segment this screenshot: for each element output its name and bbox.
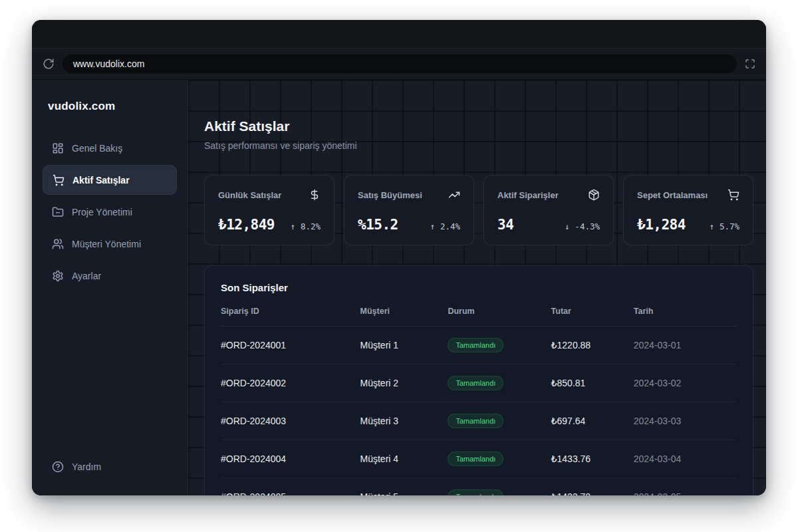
sidebar-item-label: Yardım [72, 462, 101, 472]
shopping-cart-icon [53, 174, 65, 186]
order-amount: ₺697.64 [551, 402, 634, 440]
package-box-icon [588, 189, 600, 201]
sidebar-item-musteri-yonetimi[interactable]: Müşteri Yönetimi [43, 229, 177, 259]
page-subtitle: Satış performansı ve sipariş yönetimi [204, 140, 753, 151]
shopping-cart-icon [728, 189, 739, 201]
stat-value: 34 [497, 217, 513, 233]
orders-panel-title: Son Siparişler [221, 282, 737, 293]
main-content: Aktif Satışlar Satış performansı ve sipa… [188, 80, 766, 495]
sidebar-item-label: Proje Yönetimi [72, 207, 132, 217]
sidebar-item-label: Aktif Satışlar [72, 175, 130, 186]
stat-label: Satış Büyümesi [358, 190, 422, 200]
brand-title: vudolix.com [43, 94, 177, 113]
order-date: 2024-03-03 [634, 402, 737, 440]
browser-toolbar: www.vudolix.com [32, 48, 766, 80]
fullscreen-icon[interactable] [745, 59, 755, 69]
orders-panel: Son Siparişler Sipariş ID Müşteri Durum … [204, 265, 753, 495]
column-header-tarih: Tarih [634, 307, 737, 327]
table-row[interactable]: #ORD-2024004 Müşteri 4 Tamamlandı ₺1433.… [221, 440, 737, 478]
stat-value: %15.2 [358, 217, 398, 233]
sidebar-item-proje-yonetimi[interactable]: Proje Yönetimi [43, 197, 177, 227]
page-title: Aktif Satışlar [204, 118, 753, 134]
sidebar-item-label: Ayarlar [72, 271, 101, 281]
help-circle-icon [52, 461, 64, 473]
status-badge: Tamamlandı [448, 489, 503, 495]
stat-change: ↑ 2.4% [430, 221, 460, 231]
users-icon [52, 238, 64, 250]
column-header-siparis-id: Sipariş ID [221, 307, 360, 327]
sidebar-item-genel-bakis[interactable]: Genel Bakış [43, 133, 177, 163]
order-customer: Müşteri 4 [360, 440, 448, 478]
table-header-row: Sipariş ID Müşteri Durum Tutar Tarih [221, 307, 737, 327]
stat-label: Günlük Satışlar [218, 190, 281, 200]
stat-card-aktif-siparisler: Aktif Siparişler 34 ↓ -4.3% [483, 175, 614, 245]
browser-window: www.vudolix.com vudolix.com Genel Bakış … [32, 20, 766, 495]
dashboard-grid-icon [52, 142, 64, 154]
sidebar-item-aktif-satislar[interactable]: Aktif Satışlar [43, 165, 177, 195]
stats-row: Günlük Satışlar ₺12,849 ↑ 8.2% Satış Büy… [204, 175, 753, 245]
order-id: #ORD-2024004 [221, 440, 360, 478]
url-text: www.vudolix.com [73, 59, 144, 69]
order-id: #ORD-2024001 [221, 327, 360, 364]
order-amount: ₺850.81 [551, 364, 634, 402]
folder-icon [52, 206, 64, 218]
order-date: 2024-03-05 [634, 478, 737, 496]
status-badge: Tamamlandı [448, 338, 503, 352]
dollar-sign-icon [309, 189, 321, 201]
stat-value: ₺12,849 [218, 217, 275, 233]
table-row[interactable]: #ORD-2024001 Müşteri 1 Tamamlandı ₺1220.… [221, 327, 737, 364]
stat-card-sepet-ortalamasi: Sepet Ortalaması ₺1,284 ↑ 5.7% [623, 175, 753, 245]
column-header-durum: Durum [448, 307, 551, 327]
order-customer: Müşteri 3 [360, 402, 448, 440]
stat-value: ₺1,284 [637, 217, 686, 233]
order-customer: Müşteri 5 [360, 478, 448, 496]
sidebar-item-yardim[interactable]: Yardım [43, 452, 177, 481]
order-amount: ₺1423.72 [551, 478, 634, 496]
order-amount: ₺1433.76 [551, 440, 634, 478]
table-row[interactable]: #ORD-2024002 Müşteri 2 Tamamlandı ₺850.8… [221, 364, 737, 402]
table-row[interactable]: #ORD-2024003 Müşteri 3 Tamamlandı ₺697.6… [221, 402, 737, 440]
gear-icon [52, 270, 64, 282]
status-badge: Tamamlandı [448, 376, 503, 390]
stat-change: ↓ -4.3% [565, 221, 600, 231]
table-row[interactable]: #ORD-2024005 Müşteri 5 Tamamlandı ₺1423.… [221, 478, 737, 496]
sidebar-item-ayarlar[interactable]: Ayarlar [43, 261, 177, 291]
stat-label: Sepet Ortalaması [637, 190, 708, 200]
stat-label: Aktif Siparişler [497, 190, 559, 200]
order-date: 2024-03-04 [634, 440, 737, 478]
order-customer: Müşteri 2 [360, 364, 448, 402]
sidebar-item-label: Müşteri Yönetimi [72, 239, 141, 249]
order-amount: ₺1220.88 [551, 327, 634, 364]
order-date: 2024-03-01 [634, 327, 737, 364]
sidebar-item-label: Genel Bakış [72, 143, 122, 154]
sidebar: vudolix.com Genel Bakış Aktif Satışlar P… [32, 80, 188, 495]
window-titlebar [32, 20, 766, 48]
order-date: 2024-03-02 [634, 364, 737, 402]
status-badge: Tamamlandı [448, 414, 503, 428]
column-header-musteri: Müşteri [360, 307, 448, 327]
stat-change: ↑ 5.7% [710, 221, 739, 231]
order-id: #ORD-2024005 [221, 478, 360, 496]
column-header-tutar: Tutar [551, 307, 634, 327]
stat-change: ↑ 8.2% [291, 221, 321, 231]
order-customer: Müşteri 1 [360, 327, 448, 364]
stat-card-gunluk-satislar: Günlük Satışlar ₺12,849 ↑ 8.2% [204, 175, 334, 245]
status-badge: Tamamlandı [448, 452, 503, 466]
app-shell: vudolix.com Genel Bakış Aktif Satışlar P… [32, 80, 766, 495]
orders-table: Sipariş ID Müşteri Durum Tutar Tarih #OR… [221, 307, 737, 495]
reload-icon[interactable] [43, 58, 55, 70]
trending-up-icon [448, 189, 460, 201]
order-id: #ORD-2024003 [221, 402, 360, 440]
order-id: #ORD-2024002 [221, 364, 360, 402]
url-bar[interactable]: www.vudolix.com [63, 55, 737, 73]
stat-card-satis-buyumesi: Satış Büyümesi %15.2 ↑ 2.4% [344, 175, 474, 245]
